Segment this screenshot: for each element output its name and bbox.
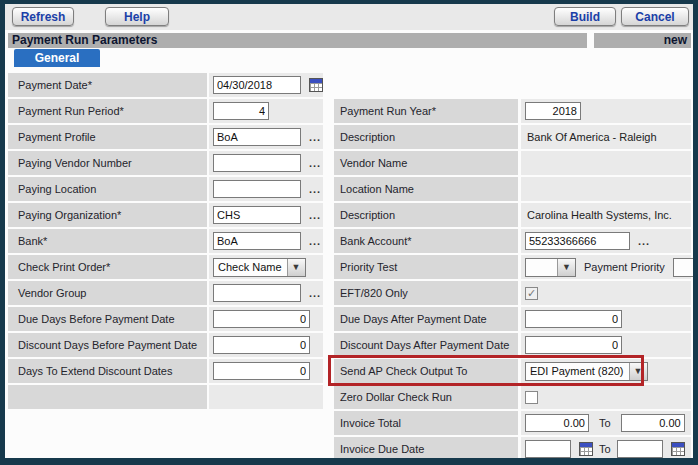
send-ap-check-output-to-select[interactable]: EDI Payment (820)▼ (525, 362, 648, 381)
field-label: Paying Vendor Number (8, 151, 207, 175)
description-value: Carolina Health Systems, Inc. (525, 209, 672, 221)
form-row: Payment Run Year* (334, 99, 691, 123)
status-bar: new (594, 33, 691, 48)
chevron-down-icon: ▼ (629, 363, 647, 380)
field-label: Bank Account* (334, 229, 518, 253)
field-label: Payment Date* (8, 73, 207, 97)
field-label: Payment Run Period* (8, 99, 207, 123)
field-label: Invoice Total (334, 411, 518, 435)
invoice-due-date-from-calendar-icon[interactable] (579, 442, 593, 456)
form-row: Days To Extend Discount Dates (8, 359, 323, 383)
field-label: Check Print Order* (8, 255, 207, 279)
form-left-column: Payment Date*Payment Run Period*Payment … (8, 73, 323, 411)
field-value-cell: Carolina Health Systems, Inc. (521, 203, 691, 227)
field-value-cell (209, 385, 323, 409)
paying-vendor-number-input[interactable] (213, 154, 301, 172)
field-label: Send AP Check Output To (334, 359, 518, 383)
days-to-extend-discount-dates-input[interactable] (213, 362, 310, 380)
vendor-group-input[interactable] (213, 284, 301, 302)
form-row: Due Days After Payment Date (334, 307, 691, 331)
form-row: Bank*... (8, 229, 323, 253)
invoice-due-date-to-calendar-icon[interactable] (671, 442, 685, 456)
payment-profile-lookup-button[interactable]: ... (309, 133, 321, 141)
paying-organization-input[interactable] (213, 206, 301, 224)
bank-account-input[interactable] (525, 232, 630, 250)
invoice-due-date-from-input[interactable] (525, 440, 571, 458)
field-label: Due Days Before Payment Date (8, 307, 207, 331)
field-value-cell (209, 99, 323, 123)
field-value-cell (209, 73, 323, 97)
priority-test-first-select[interactable]: ▼ (525, 258, 576, 277)
field-value-cell: ✓ (521, 281, 691, 305)
field-label: Vendor Group (8, 281, 207, 305)
field-value-cell: ... (209, 229, 323, 253)
field-value-cell: Bank Of America - Raleigh (521, 125, 691, 149)
discount-days-after-payment-date-input[interactable] (525, 336, 622, 354)
payment-date-calendar-icon[interactable] (309, 78, 323, 92)
help-button[interactable]: Help (105, 7, 169, 26)
form-row: Invoice Due DateTo (334, 437, 691, 458)
tab-general[interactable]: General (14, 49, 100, 67)
field-label: Due Days After Payment Date (334, 307, 518, 331)
invoice-total-from-input[interactable] (525, 414, 589, 432)
due-days-before-payment-date-input[interactable] (213, 310, 310, 328)
field-value-cell (209, 359, 323, 383)
form-row: Discount Days After Payment Date (334, 333, 691, 357)
field-value-cell (521, 151, 691, 175)
refresh-button[interactable]: Refresh (12, 7, 74, 26)
payment-date-input[interactable] (213, 76, 301, 94)
form-row: Payment Run Period* (8, 99, 323, 123)
payment-run-period-input[interactable] (213, 102, 269, 120)
field-label: Payment Profile (8, 125, 207, 149)
form-row: Due Days Before Payment Date (8, 307, 323, 331)
paying-location-input[interactable] (213, 180, 301, 198)
field-value-cell: To (521, 437, 691, 458)
form-row: Discount Days Before Payment Date (8, 333, 323, 357)
field-value-cell: Check Name▼ (209, 255, 323, 279)
field-label: EFT/820 Only (334, 281, 518, 305)
field-label: Description (334, 203, 518, 227)
invoice-due-date-to-label: To (599, 443, 611, 455)
form-row: Paying Location... (8, 177, 323, 201)
form-row: Payment Profile... (8, 125, 323, 149)
field-label: Discount Days After Payment Date (334, 333, 518, 357)
priority-test-first-select-value (526, 259, 557, 276)
build-button[interactable]: Build (554, 7, 616, 26)
field-value-cell: ... (209, 151, 323, 175)
field-value-cell: ... (209, 177, 323, 201)
field-label (8, 385, 207, 409)
field-value-cell: ▼Payment Priority▼ (521, 255, 691, 279)
chevron-down-icon: ▼ (557, 259, 575, 276)
priority-test-second-select[interactable]: ▼ (673, 258, 693, 277)
field-label: Bank* (8, 229, 207, 253)
zero-dollar-check-run-checkbox[interactable] (525, 391, 538, 404)
discount-days-before-payment-date-input[interactable] (213, 336, 310, 354)
paying-organization-lookup-button[interactable]: ... (309, 211, 321, 219)
form-row: DescriptionBank Of America - Raleigh (334, 125, 691, 149)
bank-account-lookup-button[interactable]: ... (638, 237, 650, 245)
field-label: Paying Location (8, 177, 207, 201)
check-print-order-select-value: Check Name (214, 259, 287, 276)
field-label: Priority Test (334, 255, 518, 279)
form-row: Paying Vendor Number... (8, 151, 323, 175)
invoice-total-to-input[interactable] (621, 414, 685, 432)
description-value: Bank Of America - Raleigh (525, 131, 657, 143)
page-title: Payment Run Parameters (12, 33, 157, 47)
form-right-column: Payment Run Year*DescriptionBank Of Amer… (334, 99, 691, 458)
payment-run-year-input[interactable] (525, 102, 581, 120)
chevron-down-icon: ▼ (287, 259, 305, 276)
paying-vendor-number-lookup-button[interactable]: ... (309, 159, 321, 167)
payment-profile-input[interactable] (213, 128, 301, 146)
field-value-cell (521, 307, 691, 331)
bank-input[interactable] (213, 232, 301, 250)
paying-location-lookup-button[interactable]: ... (309, 185, 321, 193)
cancel-button[interactable]: Cancel (621, 7, 689, 26)
bank-lookup-button[interactable]: ... (309, 237, 321, 245)
invoice-due-date-to-input[interactable] (617, 440, 663, 458)
check-print-order-select[interactable]: Check Name▼ (213, 258, 306, 277)
form-row: Priority Test▼Payment Priority▼ (334, 255, 691, 279)
due-days-after-payment-date-input[interactable] (525, 310, 622, 328)
form-row: Invoice TotalTo (334, 411, 691, 435)
vendor-group-lookup-button[interactable]: ... (309, 289, 321, 297)
app-window: Refresh Help Build Cancel Payment Run Pa… (0, 0, 698, 465)
